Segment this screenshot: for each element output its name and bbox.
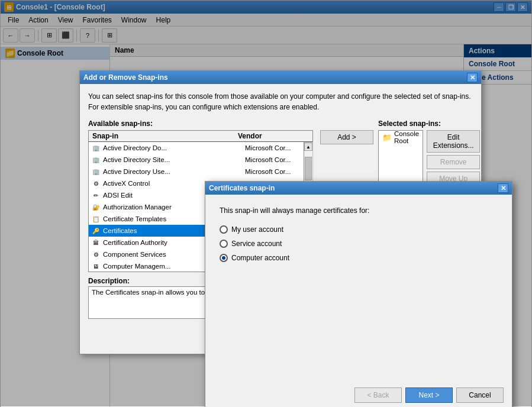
snap-icon-cert: 🔑 — [91, 226, 101, 235]
snap-icon-auth: 🔐 — [91, 202, 101, 212]
cert-dialog-title: Certificates snap-in — [209, 184, 498, 192]
snap-icon-cert-templates: 📋 — [91, 214, 101, 224]
col-snap-in: Snap-in — [92, 132, 238, 140]
snap-in-active-dir-site[interactable]: 🏢 Active Directory Site... Microsoft Cor… — [89, 154, 312, 166]
available-snap-ins-label: Available snap-ins: — [88, 119, 313, 128]
selected-snap-ins-label: Selected snap-ins: — [378, 119, 480, 128]
snap-icon-active-dir-site: 🏢 — [91, 155, 101, 164]
cert-dialog-close[interactable]: ✕ — [498, 183, 508, 193]
snap-ins-dialog-title: Add or Remove Snap-ins — [83, 73, 467, 82]
radio-computer-circle — [220, 254, 228, 262]
selected-root-label: Console Root — [394, 130, 419, 144]
selected-console-root[interactable]: 📁 Console Root — [379, 131, 423, 144]
remove-btn[interactable]: Remove — [427, 155, 480, 169]
snap-in-active-dir-use[interactable]: 🏢 Active Directory Use... Microsoft Cor.… — [89, 166, 312, 177]
next-btn[interactable]: Next > — [405, 387, 453, 403]
radio-my-user-circle — [220, 225, 228, 234]
dialog-overlay: Add or Remove Snap-ins ✕ You can select … — [1, 1, 531, 406]
snap-icon-active-dir-do: 🏢 — [91, 143, 101, 153]
scrollbar-up[interactable]: ▲ — [304, 143, 312, 151]
add-btn[interactable]: Add > — [320, 130, 373, 144]
snap-icon-active-dir-use: 🏢 — [91, 167, 101, 176]
snap-ins-dialog-close[interactable]: ✕ — [467, 73, 478, 82]
radio-service-account[interactable]: Service account — [220, 240, 498, 248]
snap-in-active-dir-do[interactable]: 🏢 Active Directory Do... Microsoft Cor..… — [89, 142, 312, 154]
snap-ins-dialog-titlebar: Add or Remove Snap-ins ✕ — [80, 71, 481, 84]
radio-group: My user account Service account Computer… — [220, 225, 498, 262]
cert-dialog-bottom: < Back Next > Cancel — [354, 387, 504, 403]
radio-computer-account[interactable]: Computer account — [220, 254, 498, 262]
snap-in-list-header: Snap-in Vendor — [88, 130, 313, 142]
cert-cancel-btn[interactable]: Cancel — [456, 387, 504, 403]
cert-dialog: Certificates snap-in ✕ This snap-in will… — [205, 181, 512, 407]
radio-service-label: Service account — [231, 240, 282, 248]
snap-icon-component: ⚙ — [91, 250, 101, 259]
scrollbar-thumb[interactable] — [305, 157, 312, 180]
snap-icon-activex: ⚙ — [91, 179, 101, 188]
snap-ins-description: You can select snap-ins for this console… — [88, 91, 473, 112]
back-btn[interactable]: < Back — [354, 387, 402, 403]
edit-extensions-btn[interactable]: Edit Extensions... — [427, 130, 480, 153]
snap-icon-computer: 🖥 — [91, 261, 101, 271]
main-window: ⊞ Console1 - [Console Root] ─ ❐ ✕ File A… — [0, 0, 532, 407]
cert-dialog-body: This snap-in will always manage certific… — [205, 195, 512, 274]
radio-my-user-label: My user account — [231, 225, 283, 234]
radio-my-user[interactable]: My user account — [220, 225, 498, 234]
radio-computer-label: Computer account — [231, 254, 289, 262]
cert-dialog-description: This snap-in will always manage certific… — [220, 206, 498, 215]
cert-dialog-titlebar: Certificates snap-in ✕ — [205, 182, 512, 195]
snap-icon-adsi: ✏ — [91, 190, 101, 200]
radio-service-circle — [220, 240, 228, 248]
snap-icon-cert-authority: 🏛 — [91, 238, 101, 247]
col-vendor: Vendor — [238, 132, 309, 140]
